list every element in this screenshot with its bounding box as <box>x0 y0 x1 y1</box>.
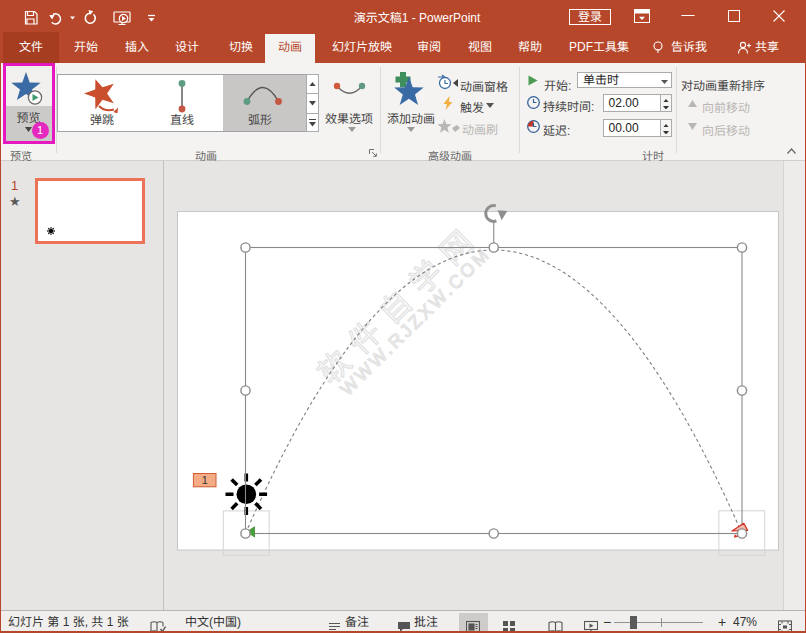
svg-text:1: 1 <box>202 474 208 486</box>
